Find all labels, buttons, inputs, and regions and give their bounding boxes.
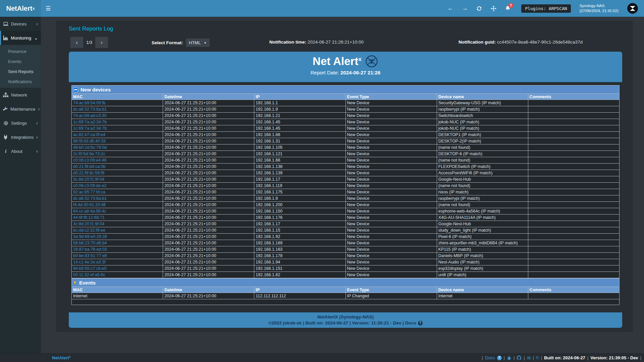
- table-cell: New Device: [345, 106, 437, 113]
- table-cell: [528, 234, 620, 240]
- mac-link[interactable]: 1c:69:7a:a2:34:7b: [71, 119, 163, 125]
- table-cell: 192.168.1.150: [254, 208, 345, 215]
- table-row: bc:dd:c2:32:f9:ee2024-06-27 21:25:21+10:…: [71, 227, 620, 234]
- mac-link[interactable]: f4:4d:30:61:20:46: [71, 202, 163, 208]
- table-cell: 2024-06-27 21:25:21+10:00: [163, 138, 254, 144]
- mac-link[interactable]: 44:6f:f8:12:68:71: [71, 215, 163, 221]
- sidebar-item-monitoring[interactable]: Monitoring ⌄: [0, 31, 41, 45]
- prev-page-button[interactable]: ‹: [70, 37, 83, 48]
- report-banner: Net Alertx Report Date: 2024-06-27 21:26: [69, 52, 622, 82]
- table-cell: 2024-06-27 21:25:21+10:00: [163, 113, 254, 119]
- help-icon[interactable]: ?: [497, 356, 502, 360]
- sidebar-item-sent-reports[interactable]: Sent Reports: [0, 66, 41, 76]
- table-row: ac:82:47:ca:0f:e42024-06-27 21:25:21+10:…: [71, 132, 620, 138]
- table-cell: 2024-06-27 21:25:21+10:00: [163, 202, 254, 208]
- mac-link[interactable]: 74:ac:b9:ad:c3:30: [71, 113, 163, 119]
- notifications-bell-icon[interactable]: 7: [505, 6, 511, 11]
- sidebar-item-devices[interactable]: Devices ‹: [0, 17, 41, 31]
- mac-link[interactable]: 3c:8d:20:f1:9f:04: [71, 176, 163, 183]
- notification-guid-value: cc44507e-8ea6-48e7-90c1-26de548ca37d: [497, 40, 583, 45]
- docs-link[interactable]: Docs: [485, 355, 495, 360]
- mac-link[interactable]: 3a:9d:69:e0:29:28: [71, 234, 163, 240]
- table-cell: [528, 253, 620, 259]
- mac-link[interactable]: 3c:8d:20:f1:9f:04: [71, 221, 163, 227]
- table-cell: New Device: [345, 246, 437, 253]
- mac-link[interactable]: 1c:69:7a:a2:34:7b: [71, 125, 163, 132]
- mac-link[interactable]: d0:21:f9:b4:ca:0b: [71, 164, 163, 170]
- table-cell: New Device: [345, 189, 437, 195]
- table-cell: 192.168.1.45: [254, 119, 345, 125]
- statusbar-brand-link[interactable]: NetAlertx: [52, 355, 71, 360]
- sidebar-item-label: Settings: [11, 121, 27, 126]
- mac-link[interactable]: 48:b0:2d:5c:79:0d: [71, 144, 163, 151]
- sidebar-item-settings[interactable]: Settings ‹: [0, 116, 41, 130]
- back-icon[interactable]: ←: [447, 5, 453, 12]
- bug-report-icon[interactable]: [507, 356, 512, 360]
- sidebar-item-label: Devices: [11, 21, 26, 26]
- sidebar-item-integrations[interactable]: Integrations ‹: [0, 130, 41, 144]
- lightning-icon: [73, 280, 77, 285]
- sidebar-item-about[interactable]: i About ‹: [0, 144, 41, 158]
- table-row: 28:87:ba:76:ed:032024-06-27 21:25:21+10:…: [71, 246, 620, 253]
- sidebar-item-presence[interactable]: Presence: [0, 46, 41, 56]
- table-cell: 192.168.1.86: [254, 132, 345, 138]
- mac-link[interactable]: 2c:f0:5d:9e:73:2c: [71, 151, 163, 157]
- mac-link[interactable]: 14:c1:4e:2e:a3:3f: [71, 259, 163, 265]
- table-cell: 192.168.1.45: [254, 125, 345, 132]
- table-row: 58:b6:23:70:d6:b42024-06-27 21:25:21+10:…: [71, 240, 620, 246]
- mac-link[interactable]: c0:06:c3:09:e4:46: [71, 157, 163, 164]
- mac-link[interactable]: 94:b5:55:c7:cb:e0: [71, 265, 163, 272]
- table-header-row: MACDatetimeIPEvent TypeDevice nameCommen…: [71, 287, 620, 293]
- mac-link[interactable]: 92:ac:85:77:fd:ca: [71, 189, 163, 195]
- mac-link[interactable]: bc:dd:c2:32:f9:ee: [71, 227, 163, 234]
- info-icon: i: [3, 148, 8, 154]
- table-cell: [528, 125, 620, 132]
- mac-link[interactable]: 98:5f:d3:d5:40:33: [71, 138, 163, 144]
- github-icon[interactable]: [517, 355, 522, 360]
- table-cell: 192.168.1.176: [254, 215, 345, 221]
- table-cell: New Device: [345, 221, 437, 227]
- sidebar-toggle-icon[interactable]: ☰: [46, 5, 51, 12]
- column-header: MAC: [71, 287, 163, 293]
- status-bar: NetAlertx | Docs ? | | | ✉ | © | Built o…: [0, 353, 644, 362]
- table-cell: 192.168.1.138: [254, 164, 345, 170]
- sidebar-item-notifications[interactable]: Notifications: [0, 76, 41, 86]
- mac-link[interactable]: 00:11:32:ef:a5:6c: [71, 272, 163, 278]
- table-body: Internet2024-06-27 21:25:21+10:00112.112…: [71, 293, 620, 299]
- format-select[interactable]: HTML ▼: [186, 39, 210, 47]
- mac-link[interactable]: b0:be:83:51:77:e8: [71, 253, 163, 259]
- forward-icon[interactable]: →: [462, 5, 468, 12]
- sidebar-item-events[interactable]: Events: [0, 56, 41, 66]
- table-row: 94:b5:55:c7:cb:e02024-06-27 21:25:21+10:…: [71, 265, 620, 272]
- mac-link[interactable]: dc:a6:32:73:8a:b1: [71, 195, 163, 202]
- mac-link[interactable]: ac:82:47:ca:0f:e4: [71, 132, 163, 138]
- sidebar-item-maintenance[interactable]: Maintenance ‹: [0, 102, 41, 116]
- table-cell: jokob-NUC (IP match): [437, 125, 528, 132]
- table-cell: (name not found): [437, 183, 528, 189]
- docs-help-icon[interactable]: ?: [418, 321, 423, 325]
- table-cell: 192.168.1.9: [254, 195, 345, 202]
- report-preview: Net Alertx Report Date: 2024-06-27 21:26…: [69, 52, 622, 328]
- column-header: Device name: [437, 94, 528, 100]
- mac-link[interactable]: d0:21:f9:8c:59:f9: [71, 170, 163, 176]
- table-cell: esphome-web-4a564c (IP match): [437, 208, 528, 215]
- app-logo[interactable]: NetAlertx: [0, 0, 41, 17]
- move-icon[interactable]: [491, 6, 496, 11]
- email-icon[interactable]: ✉: [527, 355, 531, 361]
- table-row: Internet2024-06-27 21:25:21+10:00112.112…: [71, 293, 620, 299]
- mac-link[interactable]: c0:06:c3:09:de:e2: [71, 183, 163, 189]
- table-cell: New Device: [345, 100, 437, 106]
- mac-link[interactable]: 58:b6:23:70:d6:b4: [71, 240, 163, 246]
- user-avatar[interactable]: [627, 3, 638, 14]
- table-cell: Daniels-MBP (IP match): [437, 253, 528, 259]
- sidebar-item-network[interactable]: Network: [0, 88, 41, 102]
- table-cell: DESKTOP-6 (IP match): [437, 151, 528, 157]
- mac-link[interactable]: dc:a6:32:73:8a:b1: [71, 106, 163, 113]
- copyright-icon[interactable]: ©: [536, 356, 539, 360]
- refresh-icon[interactable]: [476, 6, 482, 11]
- sent-reports-log-link[interactable]: Sent Reports Log: [69, 25, 113, 32]
- mac-link[interactable]: 28:87:ba:76:ed:03: [71, 246, 163, 253]
- mac-link[interactable]: 84:cc:a8:4a:56:4c: [71, 208, 163, 215]
- next-page-button[interactable]: ›: [95, 37, 108, 48]
- mac-link[interactable]: 74:ac:b9:54:09:fb: [71, 100, 163, 106]
